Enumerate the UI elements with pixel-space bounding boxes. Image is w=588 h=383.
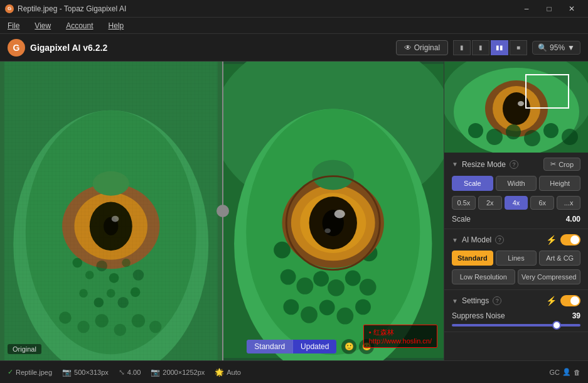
image-area: Original — [0, 62, 444, 360]
scale-4x[interactable]: 4x — [505, 196, 528, 210]
svg-point-48 — [313, 271, 329, 287]
settings-lightning-icon: ⚡ — [546, 296, 557, 306]
view-single-left[interactable]: ▮ — [453, 40, 471, 55]
crop-button[interactable]: ✂ Crop — [543, 158, 580, 171]
mode-icon: 🌟 — [215, 368, 224, 377]
tab-width[interactable]: Width — [496, 176, 537, 191]
model-art-cg[interactable]: Art & CG — [539, 251, 580, 266]
gc-status[interactable]: GC 👤 🗑 — [550, 368, 581, 376]
svg-point-69 — [524, 130, 540, 146]
app-icon: G — [5, 4, 14, 13]
check-icon: ✓ — [8, 368, 13, 376]
app-title: Gigapixel AI v6.2.2 — [30, 43, 107, 53]
suppress-noise-slider[interactable] — [452, 324, 580, 326]
scale-0-5x[interactable]: 0.5x — [452, 196, 476, 210]
resize-help-icon[interactable]: ? — [510, 160, 518, 169]
minimize-button[interactable]: – — [515, 0, 538, 18]
ai-model-title: ▼ AI Model ? — [452, 235, 504, 244]
zoom-control[interactable]: 🔍 95% ▼ — [532, 41, 580, 55]
model-low-resolution[interactable]: Low Resolution — [452, 269, 515, 284]
view-grid[interactable]: ■ — [510, 40, 527, 55]
model-lines[interactable]: Lines — [496, 251, 537, 266]
original-label: Original — [414, 43, 440, 52]
view-split[interactable]: ▮▮ — [491, 40, 508, 55]
svg-point-13 — [109, 273, 119, 283]
filename-label: Reptile.jpeg — [16, 369, 52, 376]
output-icon: 📷 — [151, 368, 160, 377]
scale-6x[interactable]: 6x — [530, 196, 554, 210]
status-standard: Standard — [247, 340, 292, 353]
svg-point-11 — [85, 271, 94, 279]
svg-point-45 — [324, 229, 331, 234]
resize-mode-section: ▼ Resize Mode ? ✂ Crop Scale Width Heigh… — [444, 153, 588, 229]
right-panel: ▼ Resize Mode ? ✂ Crop Scale Width Heigh… — [444, 62, 588, 360]
svg-point-27 — [149, 321, 161, 333]
split-divider[interactable] — [222, 62, 223, 360]
ai-model-actions: ⚡ — [546, 234, 580, 245]
status-updated: Updated — [292, 340, 336, 353]
svg-point-57 — [312, 160, 354, 190]
maximize-button[interactable]: □ — [538, 0, 560, 18]
image-icon: 📷 — [62, 368, 72, 377]
svg-point-25 — [114, 324, 126, 336]
menu-view[interactable]: View — [32, 20, 53, 31]
svg-point-71 — [562, 129, 578, 145]
settings-help-icon[interactable]: ? — [493, 296, 501, 305]
scale-2x[interactable]: 2x — [478, 196, 502, 210]
svg-point-12 — [96, 261, 107, 271]
preview-thumbnail — [444, 62, 588, 153]
window-title: Reptile.jpeg - Topaz Gigapixel AI — [18, 4, 126, 13]
suppress-noise-thumb[interactable] — [552, 321, 561, 330]
svg-point-52 — [283, 299, 299, 315]
bottom-status-bar: ✓ Reptile.jpeg 📷 500×313px ⤡ 4.00 📷 2000… — [0, 360, 588, 383]
svg-point-10 — [73, 258, 83, 268]
user-icon: 👤 — [562, 368, 571, 376]
ai-model-header: ▼ AI Model ? ⚡ — [452, 234, 580, 245]
title-bar-controls: – □ ✕ — [515, 0, 583, 18]
svg-point-26 — [132, 314, 145, 327]
model-standard[interactable]: Standard — [452, 251, 493, 266]
svg-point-22 — [59, 311, 71, 323]
menu-file[interactable]: File — [5, 20, 22, 31]
lightning-icon: ⚡ — [546, 235, 557, 245]
trash-icon[interactable]: 🗑 — [574, 369, 580, 376]
svg-point-66 — [468, 123, 483, 138]
original-button[interactable]: 👁 Original — [396, 40, 448, 55]
output-res-status: 📷 2000×1252px — [151, 368, 205, 377]
zoom-level: 95% — [550, 43, 565, 52]
split-handle[interactable] — [216, 205, 229, 217]
tab-scale[interactable]: Scale — [452, 176, 493, 191]
header-center: 👁 Original ▮ ▮ ▮▮ ■ 🔍 95% ▼ — [396, 40, 580, 55]
model-very-compressed[interactable]: Very Compressed — [518, 269, 581, 284]
menu-help[interactable]: Help — [106, 20, 127, 31]
filename-status: ✓ Reptile.jpeg — [8, 368, 52, 376]
model-subtype-group: Low Resolution Very Compressed — [452, 269, 580, 284]
svg-point-54 — [319, 299, 334, 315]
chevron-down-icon: ▼ — [452, 298, 458, 305]
view-single-right[interactable]: ▮ — [472, 40, 489, 55]
ai-model-toggle[interactable] — [560, 234, 580, 245]
tab-height[interactable]: Height — [539, 176, 580, 191]
crop-icon: ✂ — [550, 160, 556, 168]
thumb-viewport-box — [525, 74, 569, 109]
thumbs-up-button[interactable]: 🙂 — [341, 339, 356, 354]
svg-point-32 — [274, 242, 291, 259]
status-pill: Standard Updated — [247, 340, 336, 353]
settings-toggle[interactable] — [560, 295, 580, 306]
chevron-down-icon: ▼ — [452, 161, 458, 168]
close-button[interactable]: ✕ — [560, 0, 583, 18]
svg-point-44 — [334, 210, 345, 218]
scale-custom[interactable]: ...x — [557, 196, 580, 210]
svg-point-51 — [359, 279, 376, 296]
suppress-noise-value: 39 — [572, 311, 580, 320]
svg-point-18 — [107, 289, 115, 298]
settings-actions: ⚡ — [546, 295, 580, 306]
scale-value: 4.00 — [127, 369, 141, 376]
ai-model-help-icon[interactable]: ? — [495, 235, 504, 244]
original-label: Original — [8, 344, 41, 354]
input-res-value: 500×313px — [74, 369, 109, 376]
svg-point-14 — [122, 259, 131, 267]
logo-icon: G — [8, 39, 25, 57]
svg-point-53 — [301, 306, 318, 323]
menu-account[interactable]: Account — [63, 20, 95, 31]
